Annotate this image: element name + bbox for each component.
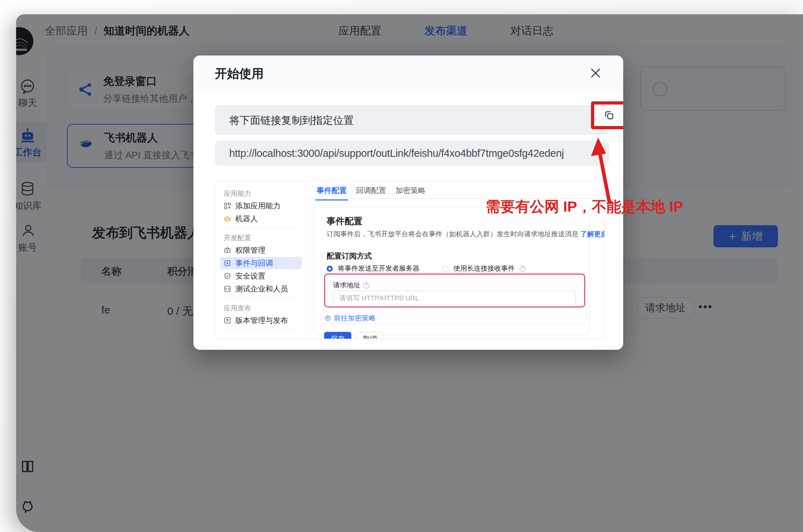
grid-plus-icon [224, 202, 231, 209]
cell-name: fe [101, 304, 110, 316]
event-config-card: 事件配置 订阅事件后，飞书开放平台将会在事件（如机器人入群）发生时向请求地址推送… [314, 207, 590, 335]
webhook-url: http://localhost:3000/api/support/outLin… [229, 147, 564, 159]
left-rail: 聊天 工作台 知识库 [16, 14, 48, 532]
encrypt-strategy-label: 前往加密策略 [334, 313, 376, 323]
sidebar-item-label: 聊天 [18, 97, 37, 109]
github-icon [20, 500, 35, 515]
sidebar-item-account[interactable]: 账号 [16, 223, 48, 254]
request-address-button[interactable]: 请求地址 [637, 297, 694, 318]
tab-chat-logs[interactable]: 对话日志 [510, 24, 553, 38]
sidebar-item-label: 工作台 [16, 146, 42, 159]
code-icon [224, 285, 231, 292]
console-item-label: 事件与回调 [235, 258, 273, 268]
robot-icon [19, 127, 36, 143]
add-button-label: 新增 [741, 229, 763, 244]
console-group-publish: 应用发布 [224, 304, 251, 313]
feishu-icon [78, 137, 95, 155]
radio1-label: 将事件发送至开发者服务器 [338, 264, 419, 273]
request-url-input[interactable] [333, 291, 576, 306]
breadcrumb-separator: / [94, 25, 97, 37]
sidebar-item-chat[interactable]: 聊天 [16, 78, 48, 109]
channel-card-hidden[interactable] [640, 67, 786, 111]
radio-unselected-icon[interactable] [442, 266, 448, 272]
modal-header: 开始使用 [193, 55, 623, 91]
help-icon[interactable]: ? [520, 266, 526, 272]
link-box[interactable]: http://localhost:3000/api/support/outLin… [215, 141, 609, 166]
avatar-image [16, 27, 33, 55]
console-item-label: 权限管理 [235, 245, 265, 255]
breadcrumb-root[interactable]: 全部应用 [45, 24, 88, 38]
app-header: 全部应用 / 知道时间的机器人 应用配置 发布渠道 对话日志 [16, 14, 803, 47]
request-url-pink-highlight: 请求地址 ? [324, 274, 585, 308]
sidebar-item-label: 账号 [18, 241, 37, 254]
publish-section-title: 发布到飞书机器人 [92, 224, 201, 242]
copy-button-red-highlight [591, 101, 623, 129]
placeholder-circle-icon [653, 82, 667, 96]
request-url-label: 请求地址 [333, 281, 360, 290]
console-tabs: 事件配置 回调配置 加密策略 [307, 181, 604, 199]
console-group-dev-config: 开发配置 [224, 233, 251, 243]
modal-title: 开始使用 [215, 66, 264, 82]
subscribe-mode-title: 配置订阅方式 [327, 251, 372, 261]
breadcrumb: 全部应用 / 知道时间的机器人 [45, 24, 189, 38]
console-item-permissions[interactable]: 权限管理 [220, 244, 302, 256]
tab-publish-channel[interactable]: 发布渠道 [424, 24, 467, 38]
shield-go-icon [325, 315, 331, 321]
briefcase-icon [224, 247, 231, 254]
event-callback-icon [224, 260, 231, 267]
col-name: 名称 [101, 265, 121, 278]
cancel-button[interactable]: 取消 [356, 332, 384, 339]
tab-app-config[interactable]: 应用配置 [338, 24, 381, 38]
console-tab-encrypt[interactable]: 加密策略 [395, 185, 425, 195]
sidebar-item-docs[interactable] [16, 459, 48, 474]
channel-card-title: 飞书机器人 [104, 131, 208, 145]
console-item-events-callbacks[interactable]: 事件与回调 [220, 257, 302, 269]
bot-icon [224, 215, 231, 222]
console-item-label: 测试企业和人员 [235, 284, 288, 294]
sidebar-item-workbench[interactable]: 工作台 [16, 122, 48, 163]
console-item-label: 安全设置 [235, 271, 265, 281]
book-icon [20, 459, 35, 474]
learn-more-link[interactable]: 了解更多 [580, 230, 605, 238]
console-item-security[interactable]: 安全设置 [220, 270, 302, 282]
channel-card-title: 免登录窗口 [103, 74, 206, 89]
sidebar-item-label: 知识库 [16, 199, 42, 212]
console-item-bot[interactable]: 机器人 [220, 213, 302, 225]
console-item-version-release[interactable]: 版本管理与发布 [220, 314, 302, 327]
radio-group: 将事件发送至开发者服务器 使用长连接接收事件 ? [327, 264, 526, 273]
screenshot-stage: 全部应用 / 知道时间的机器人 应用配置 发布渠道 对话日志 [0, 0, 803, 532]
encrypt-strategy-link[interactable]: 前往加密策略 [325, 313, 376, 323]
help-icon[interactable]: ? [363, 282, 369, 289]
radio2-label: 使用长连接接收事件 [453, 264, 515, 273]
event-config-heading: 事件配置 [327, 215, 362, 227]
sidebar-item-github[interactable] [16, 500, 48, 515]
event-config-desc: 订阅事件后，飞书开放平台将会在事件（如机器人入群）发生时向请求地址推送消息 了解… [327, 229, 605, 239]
copy-icon[interactable] [603, 109, 615, 121]
console-item-test-users[interactable]: 测试企业和人员 [220, 283, 302, 295]
breadcrumb-current: 知道时间的机器人 [104, 24, 189, 38]
radio-selected-icon[interactable] [327, 266, 333, 272]
close-icon[interactable] [589, 66, 602, 80]
red-text-annotation: 需要有公网 IP，不能是本地 IP [486, 197, 683, 217]
console-tab-event[interactable]: 事件配置 [317, 185, 347, 195]
copy-instruction-box: 将下面链接复制到指定位置 [215, 105, 609, 135]
console-item-label: 添加应用能力 [235, 201, 280, 211]
console-item-label: 机器人 [235, 214, 258, 224]
request-url-label-row: 请求地址 ? [333, 281, 369, 290]
database-icon [20, 181, 35, 197]
copy-instruction-label: 将下面链接复制到指定位置 [229, 113, 354, 128]
shield-check-icon [224, 272, 231, 280]
chat-icon [20, 78, 35, 94]
row-more-menu[interactable]: ••• [698, 301, 713, 313]
divider [223, 329, 298, 330]
console-item-add-capability[interactable]: 添加应用能力 [220, 200, 302, 212]
save-button[interactable]: 保存 [324, 332, 351, 339]
add-button[interactable]: + 新增 [713, 225, 778, 247]
avatar[interactable] [16, 27, 33, 55]
divider [223, 228, 298, 228]
user-icon [20, 223, 35, 238]
sidebar-item-knowledge[interactable]: 知识库 [16, 181, 48, 212]
console-tab-callback[interactable]: 回调配置 [356, 185, 386, 195]
console-group-capability: 应用能力 [224, 189, 251, 198]
plus-icon: + [729, 229, 736, 243]
